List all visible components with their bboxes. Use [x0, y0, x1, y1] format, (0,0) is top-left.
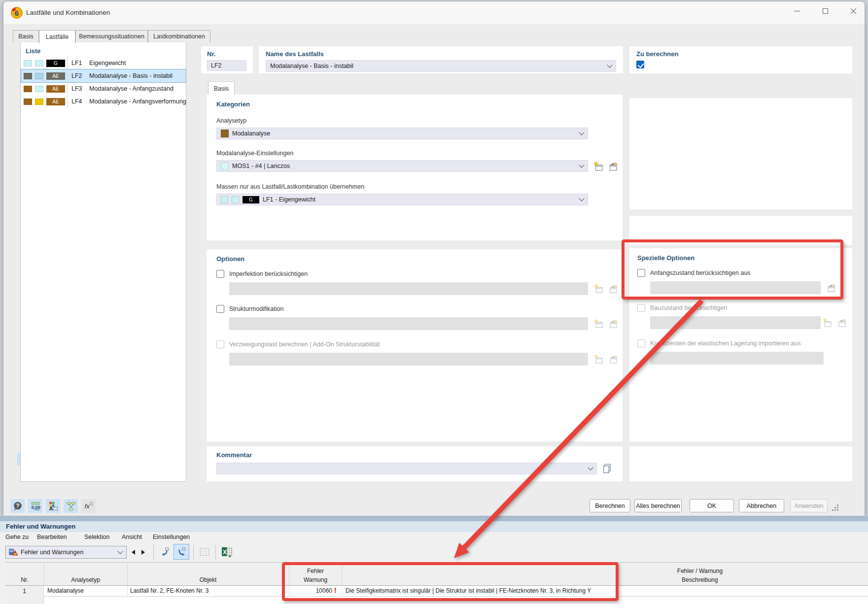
color-swatch	[24, 60, 32, 67]
window-divider	[0, 516, 868, 521]
col-header-nr[interactable]: Nr.	[5, 576, 44, 583]
anwenden-button: Anwenden	[790, 499, 828, 512]
ok-button[interactable]: OK	[690, 499, 734, 512]
massen-dropdown[interactable]: G LF1 - Eigengewicht	[216, 194, 588, 205]
close-icon	[850, 8, 857, 14]
edit-icon[interactable]	[607, 282, 620, 295]
list-item-lf3[interactable]: AE LF3 Modalanalyse - Anfangzustand	[21, 82, 186, 95]
edit-icon[interactable]	[607, 317, 620, 330]
row-number-cell: 1	[5, 586, 44, 597]
menu-ansicht[interactable]: Ansicht	[122, 534, 142, 540]
next-button[interactable]	[139, 546, 148, 559]
annotation-box-error-row	[282, 562, 619, 601]
screen: Lastfälle und Kombinationen Basis Lastfä…	[0, 0, 868, 604]
imperfektion-input	[229, 282, 588, 295]
color-swatch	[35, 86, 43, 92]
formula-button[interactable]	[81, 499, 96, 513]
toolbar-separator	[215, 545, 216, 560]
warning-list-icon	[8, 547, 18, 558]
verzweigungslast-checkbox	[216, 340, 224, 348]
verzweigungslast-label: Verzweigungslast berechnen | Add-On Stru…	[229, 341, 380, 348]
jump-forward-button[interactable]	[174, 544, 189, 560]
resize-grip[interactable]	[834, 507, 836, 508]
jump-back-button[interactable]	[157, 544, 173, 560]
load-case-name: Modalanalyse - Anfangzustand	[89, 85, 174, 92]
pages-copy-icon[interactable]	[601, 462, 614, 475]
toolbar-separator	[193, 545, 194, 560]
chevron-down-icon	[579, 162, 584, 168]
analysetyp-label: Analysetyp	[216, 117, 246, 124]
right-empty-card-bottom	[629, 446, 852, 481]
edit-icon	[607, 353, 620, 366]
new-settings-button[interactable]	[592, 160, 605, 173]
new-icon[interactable]	[592, 317, 605, 330]
einstellungen-dropdown[interactable]: MOS1 - #4 | Lanczos	[216, 160, 588, 172]
chevron-down-icon	[579, 130, 584, 135]
abbrechen-button[interactable]: Abbrechen	[739, 499, 784, 512]
color-swatch	[35, 73, 43, 79]
maximize-icon	[823, 8, 828, 14]
tab-lastkombinationen[interactable]: Lastkombinationen	[148, 30, 210, 42]
kommentar-dropdown[interactable]	[216, 463, 597, 474]
minimize-icon	[794, 11, 800, 11]
load-case-name: Modalanalyse - Anfangsverformung	[89, 98, 186, 105]
nr-label: Nr.	[207, 50, 215, 58]
errors-view-dropdown[interactable]: Fehler und Warnungen	[5, 546, 127, 559]
menu-einstellungen[interactable]: Einstellungen	[153, 534, 190, 540]
list-item-lf4[interactable]: AE LF4 Modalanalyse - Anfangsverformung	[21, 95, 186, 108]
col-header-objekt[interactable]: Objekt	[127, 576, 289, 583]
load-case-id: LF1	[71, 60, 86, 67]
load-case-list-panel: Liste G LF1 Eigengewicht AE LF2 Modalana…	[20, 42, 186, 482]
name-dropdown[interactable]: Modalanalyse - Basis - instabil	[266, 60, 616, 72]
list-item-lf2[interactable]: AE LF2 Modalanalyse - Basis - instabil	[21, 69, 186, 82]
kommentar-card: Kommentar	[207, 446, 623, 481]
right-empty-card-top	[629, 98, 852, 209]
maximize-button[interactable]	[814, 1, 836, 20]
inner-tab-basis[interactable]: Basis	[208, 81, 235, 95]
excel-export-button[interactable]	[219, 544, 235, 560]
units-button[interactable]	[46, 499, 60, 513]
bauzustand-label: Bauzustand berücksichtigen	[650, 304, 727, 311]
col-header-beschreibung-1[interactable]: Fehler / Warnung	[636, 568, 764, 574]
menu-selektion[interactable]: Selektion	[84, 534, 109, 540]
color-swatch	[35, 99, 43, 105]
menu-bearbeiten[interactable]: Bearbeiten	[37, 534, 67, 540]
imperfektion-checkbox[interactable]	[216, 270, 224, 278]
alles-berechnen-button[interactable]: Alles berechnen	[634, 499, 682, 512]
decimals-button[interactable]	[28, 499, 42, 513]
list-item-lf1[interactable]: G LF1 Eigengewicht	[21, 57, 186, 69]
settings-color-swatch	[221, 162, 229, 170]
col-header-analysetyp[interactable]: Analysetyp	[44, 576, 127, 583]
tab-lastfaelle[interactable]: Lastfälle	[39, 30, 75, 43]
edit-settings-button[interactable]	[607, 160, 620, 173]
tab-basis[interactable]: Basis	[13, 30, 39, 42]
bauzustand-checkbox	[637, 304, 645, 312]
prev-button[interactable]	[129, 546, 138, 559]
analysetyp-dropdown[interactable]: Modalanalyse	[216, 128, 588, 139]
model-tree-button[interactable]	[64, 499, 78, 513]
load-case-id: LF4	[71, 98, 86, 105]
zu-berechnen-checkbox[interactable]	[636, 61, 644, 68]
row-header-column	[5, 597, 44, 604]
new-icon[interactable]	[592, 282, 605, 295]
optionen-header: Optionen	[216, 255, 244, 263]
load-case-name: Eigengewicht	[89, 60, 126, 67]
minimize-button[interactable]	[786, 1, 808, 20]
optionen-card: Optionen Imperfektion berücksichtigen St…	[207, 249, 623, 441]
berechnen-button[interactable]: Berechnen	[590, 499, 630, 512]
load-case-id: LF3	[71, 85, 86, 92]
tab-bemessungssituationen[interactable]: Bemessungssituationen	[75, 30, 148, 42]
edit-icon	[835, 316, 848, 329]
annotation-box-spezielle-optionen	[622, 239, 843, 300]
nr-input[interactable]: LF2	[207, 60, 246, 71]
new-icon	[592, 353, 605, 366]
strukturmodifikation-checkbox[interactable]	[216, 305, 224, 313]
menu-gehe-zu[interactable]: Gehe zu	[5, 534, 29, 540]
analysis-color-swatch	[221, 130, 229, 137]
col-header-beschreibung-2[interactable]: Beschreibung	[636, 576, 764, 583]
close-button[interactable]	[842, 1, 865, 20]
koeffizienten-label: Koeffizienten der elastischen Lagerung i…	[650, 340, 801, 347]
table-grid-button	[197, 544, 212, 560]
help-button[interactable]	[10, 499, 25, 513]
category-badge: G	[46, 60, 65, 67]
